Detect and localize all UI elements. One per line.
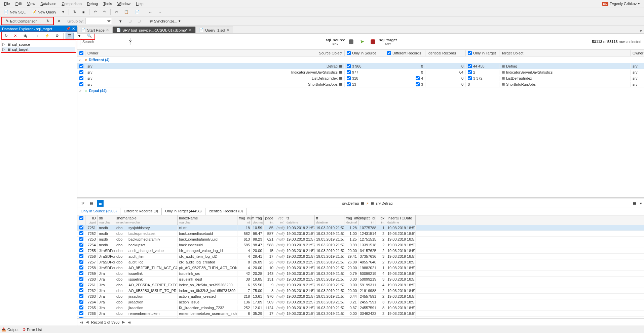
expand-icon[interactable]: ▷	[79, 88, 83, 93]
col-only-source[interactable]: Only in Source	[345, 50, 385, 56]
columns-view-button[interactable]: ▤	[88, 200, 95, 207]
swap-icon[interactable]: ⇄	[79, 200, 86, 207]
detail-row[interactable]: 7265JiradbojiraactionIX_jiraaction_missi…	[77, 305, 644, 311]
col-db[interactable]: dbnvarchar	[98, 215, 115, 225]
new-query-button[interactable]: 📝New Query	[29, 9, 59, 15]
menu-file[interactable]: File	[1, 1, 13, 6]
doc-tab[interactable]: 📄SRV (sql_service...-1CSQL-01).dcomp*✕	[113, 27, 195, 33]
new-sql-button[interactable]: 📄New SQL	[1, 9, 28, 15]
comparison-row[interactable]: srvListDefragIndex ▦ 318 40 3 372▦ ListD…	[77, 75, 644, 81]
col-tf[interactable]: tfdatetime	[315, 215, 344, 225]
detail-row[interactable]: 7262JiradboAO_6B32B3_ISSUE_TO_PRindex_ao…	[77, 288, 644, 294]
col-table[interactable]: tablenvarchar	[127, 215, 178, 225]
col-ID[interactable]: IDbigint	[85, 215, 98, 225]
tree-opt-button[interactable]: ⚙	[53, 33, 61, 39]
tree-item-sql-target[interactable]: ▷ 🖥 sql_target	[2, 47, 75, 52]
new-conn-button[interactable]: +	[34, 33, 41, 39]
detail-row[interactable]: 7261JiradboAO_2FC5DA_SCRIPT_EXECUTIONind…	[77, 282, 644, 288]
tabs-dropdown[interactable]: ▾	[638, 29, 644, 33]
col-frag_after[interactable]: frag_afterdecimal	[344, 215, 358, 225]
menu-database[interactable]: Database	[38, 1, 59, 6]
last-record-button[interactable]: ⏭	[127, 320, 131, 324]
detail-tab[interactable]: Different Records (0)	[120, 208, 162, 215]
row-checkbox[interactable]	[79, 70, 83, 74]
row-checkbox[interactable]	[79, 288, 83, 292]
menu-help[interactable]: Help	[133, 1, 146, 6]
col-target-object[interactable]: Target Object	[499, 50, 631, 56]
comparison-row[interactable]: srvShortInfoRunJobs ▦ 13 300▦ ShortInfoR…	[77, 81, 644, 87]
row-checkbox[interactable]	[79, 300, 83, 304]
group-equal[interactable]: ▷ = Equal (44)	[77, 87, 644, 94]
col-shema[interactable]: shemanvarchar	[115, 215, 127, 225]
detail-row[interactable]: 7259Jiradboissuelinkissuelink_src4220.28…	[77, 271, 644, 277]
row-checkbox[interactable]	[79, 283, 83, 287]
tree-view-button[interactable]: ☰	[66, 33, 74, 39]
collapse-button[interactable]: ⊟	[135, 18, 143, 24]
col-only-target[interactable]: Only in Target	[466, 50, 499, 56]
detail-tab[interactable]: Only in Target (44458)	[162, 208, 205, 215]
edit-comparison-button[interactable]: ✎Edit Comparison...	[3, 18, 43, 24]
refresh-button[interactable]: ↻	[71, 9, 79, 15]
forward-button[interactable]: →	[156, 9, 164, 15]
row-checkbox[interactable]	[79, 294, 83, 298]
detail-row[interactable]: 7254msdbdbobackupsetbackupsetuuid58598.4…	[77, 242, 644, 248]
col-identical-records[interactable]: Identical Records	[425, 50, 466, 56]
detail-row[interactable]: 7267JiradborundetailsPK_rundetails3080.5…	[77, 317, 644, 319]
col-idx[interactable]: idxint	[376, 215, 386, 225]
detail-tab[interactable]: Identical Records (0)	[205, 208, 247, 215]
close-tab-icon[interactable]: ✕	[226, 28, 229, 32]
row-checkbox[interactable]	[79, 82, 83, 86]
synchronize-button[interactable]: ⇄Synchronize...▾	[147, 18, 183, 24]
menu-edit[interactable]: Edit	[13, 1, 25, 6]
user-account[interactable]: EG Evgeniy Gribkov ▾	[599, 1, 643, 6]
close-tab-button[interactable]: ✕	[55, 18, 63, 24]
row-checkbox[interactable]	[79, 76, 83, 80]
grid-options-button[interactable]: ▦	[631, 200, 638, 207]
detail-row[interactable]: 7256JiraSDFortisdboaudit_itemidx_audit_i…	[77, 254, 644, 259]
detail-row[interactable]: 7258JiraSDFortisdboAO_9B2E3B_THEN_ACT_CO…	[77, 265, 644, 271]
comparison-row[interactable]: srvIndicatorServerDayStatistics ▦ 977064…	[77, 69, 644, 75]
menu-tools[interactable]: Tools	[101, 1, 115, 6]
expand-button[interactable]: ⊞	[126, 18, 134, 24]
row-checkbox[interactable]	[79, 265, 83, 269]
col-owner-r[interactable]: Owner	[631, 50, 644, 56]
delete-tree-button[interactable]: ✕	[11, 33, 19, 39]
group-by-select[interactable]	[85, 18, 112, 24]
detail-row[interactable]: 7255JiraSDFortisdboaudit_changed_valueid…	[77, 248, 644, 254]
row-checkbox[interactable]	[79, 277, 83, 281]
row-checkbox[interactable]	[79, 260, 83, 264]
col-ts[interactable]: tsdatetime	[285, 215, 315, 225]
col-source-object[interactable]: Source Object	[102, 50, 345, 56]
row-checkbox[interactable]	[79, 231, 83, 235]
menu-debug[interactable]: Debug	[84, 1, 101, 6]
col-rec[interactable]: recint	[275, 215, 285, 225]
row-checkbox[interactable]	[79, 248, 83, 252]
menu-window[interactable]: Window	[115, 1, 133, 6]
doc-tab[interactable]: 📄Start Page✕	[77, 27, 113, 33]
row-checkbox[interactable]	[79, 64, 83, 68]
row-checkbox[interactable]	[79, 311, 83, 315]
search-input[interactable]	[82, 40, 129, 44]
menu-comparison[interactable]: Comparison	[59, 1, 84, 6]
row-checkbox[interactable]	[79, 243, 83, 247]
refresh-tree-button[interactable]: ↻	[2, 33, 10, 39]
filter-button[interactable]: ▼	[116, 18, 125, 24]
dropdown-button[interactable]: ▾	[60, 9, 67, 15]
first-record-button[interactable]: ⏮	[79, 320, 83, 324]
col-object_id[interactable]: object_idint	[358, 215, 376, 225]
detail-row[interactable]: 7266Jiradboremembermetokenremembermetoke…	[77, 311, 644, 317]
col-page[interactable]: pageint	[264, 215, 275, 225]
filter-tree-button[interactable]: ⚡	[42, 33, 52, 39]
tree-item-sql-source[interactable]: ▷ 🖥 sql_source	[2, 42, 75, 47]
col-owner[interactable]: Owner	[85, 50, 102, 56]
rows-view-button[interactable]: ☰	[97, 200, 104, 207]
select-all-detail[interactable]	[79, 216, 83, 220]
row-checkbox[interactable]	[79, 225, 83, 230]
connect-button[interactable]: 🔌	[21, 33, 30, 39]
refresh-comparison-button[interactable]: ↻	[44, 18, 52, 24]
row-checkbox[interactable]	[79, 237, 83, 241]
detail-row[interactable]: 7252msdbdbobackupmediasetbackupmediasetu…	[77, 231, 644, 237]
row-checkbox[interactable]	[79, 305, 83, 309]
redo-button[interactable]: ↷	[101, 9, 108, 15]
menu-view[interactable]: View	[25, 1, 38, 6]
